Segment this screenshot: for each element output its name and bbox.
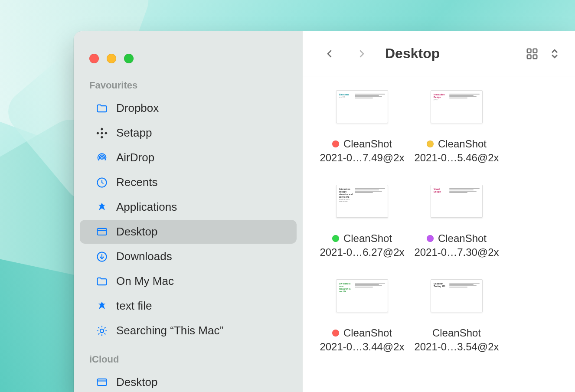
toolbar: Desktop: [303, 31, 575, 76]
sidebar-item-saved-search[interactable]: Searching “This Mac”: [80, 319, 297, 343]
svg-rect-13: [527, 55, 531, 59]
view-options-dropdown[interactable]: [546, 45, 564, 63]
applications-icon: [95, 201, 108, 214]
forward-button[interactable]: [352, 44, 371, 63]
file-name-line2: 2021-0…5.46@2x: [414, 152, 499, 164]
sidebar-item-label: Dropbox: [116, 101, 159, 115]
file-name-line2: 2021-0…6.27@2x: [320, 246, 404, 258]
svg-rect-1: [101, 136, 104, 139]
recents-icon: [95, 176, 108, 189]
desktop-icon: [95, 225, 108, 238]
svg-rect-11: [527, 49, 531, 52]
file-name-line1: CleanShot: [432, 327, 481, 339]
sidebar-item-label: Applications: [116, 200, 177, 214]
sidebar-item-icloud-desktop[interactable]: Desktop: [80, 370, 297, 392]
minimize-window-button[interactable]: [107, 54, 116, 63]
file-name-line2: 2021-0…7.30@2x: [414, 246, 499, 258]
file-name-line1: CleanShot: [427, 138, 487, 150]
finder-tag-dot: [332, 235, 339, 242]
sidebar-item-label: Downloads: [116, 250, 172, 263]
airdrop-icon: [95, 151, 108, 164]
gear-icon: [95, 324, 108, 337]
svg-rect-3: [105, 131, 108, 134]
svg-point-9: [100, 329, 104, 332]
file-thumbnail: UX without user research is not UX.: [336, 279, 388, 312]
file-name-line1: CleanShot: [427, 232, 487, 245]
file-name-line1: CleanShot: [332, 138, 392, 150]
close-window-button[interactable]: [89, 54, 99, 63]
file-item[interactable]: UX without user research is not UX.Clean…: [315, 279, 409, 353]
file-name-line2: 2021-0…3.44@2x: [320, 341, 404, 353]
file-thumbnail: Usability Testing 101: [431, 279, 483, 312]
file-grid: Emotionsand UXCleanShot2021-0…7.49@2xInt…: [303, 76, 575, 392]
finder-tag-dot: [427, 235, 434, 242]
svg-rect-0: [101, 127, 104, 131]
icon-view-button[interactable]: [523, 45, 541, 63]
file-name-line2: 2021-0…7.49@2x: [320, 152, 404, 164]
finder-tag-dot: [332, 140, 339, 147]
sidebar-item-downloads[interactable]: Downloads: [80, 245, 297, 268]
file-item[interactable]: Interaction design: visualize and define…: [315, 185, 409, 258]
svg-rect-7: [98, 228, 107, 235]
file-name-text: CleanShot: [343, 327, 392, 339]
sidebar-section-label: Favourites: [74, 75, 303, 95]
file-item[interactable]: Visual DesignCleanShot2021-0…7.30@2x: [409, 185, 504, 258]
window-title: Desktop: [385, 46, 440, 62]
svg-rect-12: [533, 49, 537, 52]
file-thumbnail: Visual Design: [431, 185, 483, 218]
file-thumbnail: Emotionsand UX: [336, 90, 388, 123]
window-controls: [74, 43, 303, 75]
desktop-icon: [95, 376, 108, 389]
file-thumbnail: Interaction Design(IxD): [431, 90, 483, 123]
sidebar-item-airdrop[interactable]: AirDrop: [80, 146, 297, 170]
fullscreen-window-button[interactable]: [124, 54, 134, 63]
sidebar-item-label: Desktop: [116, 225, 157, 238]
finder-tag-dot: [332, 330, 339, 336]
sidebar-item-setapp[interactable]: Setapp: [80, 121, 297, 145]
sidebar-item-dropbox[interactable]: Dropbox: [80, 96, 297, 120]
folder-icon: [95, 275, 108, 288]
sidebar-item-label: Setapp: [116, 126, 152, 140]
applications-icon: [95, 300, 108, 313]
folder-icon: [95, 102, 108, 115]
downloads-icon: [95, 250, 108, 263]
svg-rect-2: [96, 131, 99, 134]
svg-rect-10: [98, 379, 107, 385]
finder-tag-dot: [427, 140, 434, 147]
file-name-line1: CleanShot: [332, 232, 392, 245]
file-item[interactable]: Emotionsand UXCleanShot2021-0…7.49@2x: [315, 90, 409, 164]
file-name-line2: 2021-0…3.54@2x: [414, 341, 499, 353]
file-thumbnail: Interaction design: visualize and define…: [336, 185, 388, 218]
file-name-text: CleanShot: [432, 327, 481, 339]
sidebar-item-label: text file: [116, 299, 152, 313]
svg-rect-4: [101, 131, 104, 134]
file-name-text: CleanShot: [343, 232, 392, 245]
svg-point-5: [101, 157, 103, 159]
content-pane: Desktop Emotionsand UXCleanShot2021-0…7.…: [303, 31, 575, 392]
sidebar-item-label: Recents: [116, 176, 157, 189]
sidebar-item-text-file[interactable]: text file: [80, 294, 297, 318]
svg-rect-14: [533, 55, 537, 59]
finder-window: Favourites Dropbox Setapp AirDrop Recent…: [74, 31, 575, 392]
file-name-text: CleanShot: [343, 138, 392, 150]
sidebar-item-label: AirDrop: [116, 151, 154, 164]
sidebar-item-recents[interactable]: Recents: [80, 170, 297, 194]
file-name-text: CleanShot: [438, 138, 487, 150]
sidebar: Favourites Dropbox Setapp AirDrop Recent…: [74, 31, 303, 392]
sidebar-item-label: Searching “This Mac”: [116, 324, 223, 337]
file-name-line1: CleanShot: [332, 327, 392, 339]
setapp-icon: [95, 127, 108, 140]
sidebar-section-label: iCloud: [74, 350, 303, 369]
sidebar-item-desktop[interactable]: Desktop: [80, 220, 297, 244]
sidebar-item-label: Desktop: [116, 376, 157, 389]
back-button[interactable]: [320, 44, 339, 63]
sidebar-item-label: On My Mac: [116, 274, 174, 288]
file-name-text: CleanShot: [438, 232, 487, 245]
file-item[interactable]: Usability Testing 101CleanShot2021-0…3.5…: [409, 279, 504, 353]
sidebar-item-applications[interactable]: Applications: [80, 195, 297, 219]
sidebar-item-on-my-mac[interactable]: On My Mac: [80, 269, 297, 293]
file-item[interactable]: Interaction Design(IxD)CleanShot2021-0…5…: [409, 90, 504, 164]
